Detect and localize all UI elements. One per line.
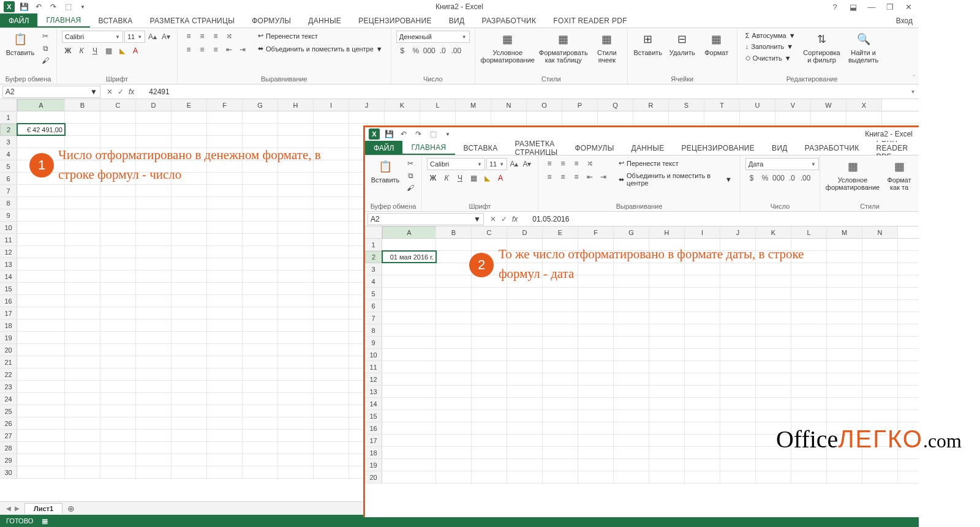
cell[interactable] xyxy=(791,312,827,324)
column-header[interactable]: N xyxy=(491,99,527,111)
cell[interactable] xyxy=(172,246,207,258)
cell[interactable] xyxy=(17,295,65,307)
cell[interactable] xyxy=(278,356,314,368)
cell[interactable] xyxy=(100,185,136,196)
cell[interactable] xyxy=(827,337,862,348)
close-icon[interactable]: ✕ xyxy=(900,1,916,13)
cell[interactable] xyxy=(791,459,827,471)
cell[interactable] xyxy=(278,283,314,294)
cell[interactable] xyxy=(827,410,862,422)
column-header[interactable]: X xyxy=(846,99,882,111)
cell[interactable] xyxy=(614,422,649,434)
cell[interactable] xyxy=(685,422,720,434)
cell[interactable] xyxy=(100,246,136,258)
cell[interactable] xyxy=(314,320,349,331)
column-header[interactable]: M xyxy=(827,226,862,238)
sheet-tab-1[interactable]: Лист1 xyxy=(24,503,62,514)
cell[interactable] xyxy=(17,430,65,441)
cell[interactable] xyxy=(827,398,862,409)
cell[interactable] xyxy=(791,349,827,361)
cell[interactable] xyxy=(207,320,243,331)
cell[interactable] xyxy=(382,422,436,434)
cell[interactable] xyxy=(862,349,898,361)
cell[interactable] xyxy=(65,209,100,221)
name-box[interactable]: A2▼ xyxy=(2,86,100,98)
cell[interactable] xyxy=(685,324,720,336)
cell[interactable] xyxy=(314,381,349,392)
orientation-icon[interactable]: ⤭ xyxy=(584,158,596,169)
cell[interactable] xyxy=(207,295,243,307)
row-header[interactable]: 14 xyxy=(0,271,17,282)
cell[interactable] xyxy=(136,454,172,466)
cell[interactable] xyxy=(100,430,136,441)
cell[interactable] xyxy=(862,312,898,324)
cell[interactable] xyxy=(243,111,278,123)
cell[interactable] xyxy=(507,422,543,434)
cell[interactable] xyxy=(17,283,65,294)
cell[interactable] xyxy=(720,471,756,483)
fill-button[interactable]: ↓Заполнить▼ xyxy=(742,42,799,51)
cell[interactable] xyxy=(472,422,507,434)
cell[interactable] xyxy=(382,410,436,422)
cell[interactable] xyxy=(720,324,756,336)
cell[interactable] xyxy=(507,447,543,458)
row-header[interactable]: 6 xyxy=(365,300,382,312)
row-header[interactable]: 10 xyxy=(0,222,17,233)
cell[interactable] xyxy=(720,373,756,385)
cell[interactable] xyxy=(862,398,898,409)
cell[interactable] xyxy=(472,386,507,397)
cell[interactable] xyxy=(472,349,507,361)
cell[interactable] xyxy=(17,258,65,270)
column-header[interactable]: L xyxy=(791,226,827,238)
cell[interactable] xyxy=(614,324,649,336)
cell[interactable] xyxy=(17,246,65,258)
cell[interactable] xyxy=(472,471,507,483)
cell[interactable] xyxy=(314,246,349,258)
cell[interactable] xyxy=(791,386,827,397)
cell[interactable] xyxy=(65,381,100,392)
cell[interactable] xyxy=(172,466,207,478)
cell[interactable] xyxy=(100,234,136,245)
cell[interactable] xyxy=(472,312,507,324)
cell[interactable] xyxy=(207,430,243,441)
cell[interactable] xyxy=(382,386,436,397)
increase-decimal-icon[interactable]: .0 xyxy=(786,173,798,184)
decrease-decimal-icon[interactable]: .00 xyxy=(799,173,812,184)
cell[interactable] xyxy=(243,442,278,454)
cell[interactable] xyxy=(136,185,172,196)
cell[interactable] xyxy=(720,447,756,458)
cell[interactable] xyxy=(278,430,314,441)
cell[interactable] xyxy=(136,234,172,245)
select-all-corner[interactable] xyxy=(365,226,382,238)
cell[interactable] xyxy=(791,324,827,336)
cell[interactable] xyxy=(172,234,207,245)
row-header[interactable]: 2 xyxy=(365,251,382,263)
cell[interactable] xyxy=(65,442,100,454)
cell[interactable] xyxy=(100,332,136,343)
format-as-table-button[interactable]: ▦Форматировать как таблицу xyxy=(539,31,588,64)
cell[interactable] xyxy=(862,373,898,385)
cell[interactable] xyxy=(472,373,507,385)
cell[interactable] xyxy=(278,454,314,466)
cell[interactable] xyxy=(720,422,756,434)
cell[interactable] xyxy=(649,459,685,471)
cell[interactable] xyxy=(491,111,527,123)
cell[interactable] xyxy=(649,373,685,385)
cell[interactable] xyxy=(649,386,685,397)
cell[interactable] xyxy=(578,422,614,434)
cell[interactable] xyxy=(100,283,136,294)
column-header[interactable]: F xyxy=(578,226,614,238)
cell[interactable] xyxy=(243,344,278,356)
cell[interactable] xyxy=(136,283,172,294)
align-middle-icon[interactable]: ≡ xyxy=(196,31,208,42)
column-header[interactable]: H xyxy=(649,226,685,238)
cell[interactable] xyxy=(685,300,720,312)
cell[interactable] xyxy=(649,324,685,336)
cell[interactable] xyxy=(543,373,578,385)
column-header[interactable]: V xyxy=(775,99,811,111)
decrease-indent-icon[interactable]: ⇤ xyxy=(584,171,596,182)
cell[interactable] xyxy=(65,283,100,294)
cell[interactable] xyxy=(65,344,100,356)
enter-formula-icon[interactable]: ✓ xyxy=(501,215,507,223)
cell[interactable] xyxy=(720,312,756,324)
